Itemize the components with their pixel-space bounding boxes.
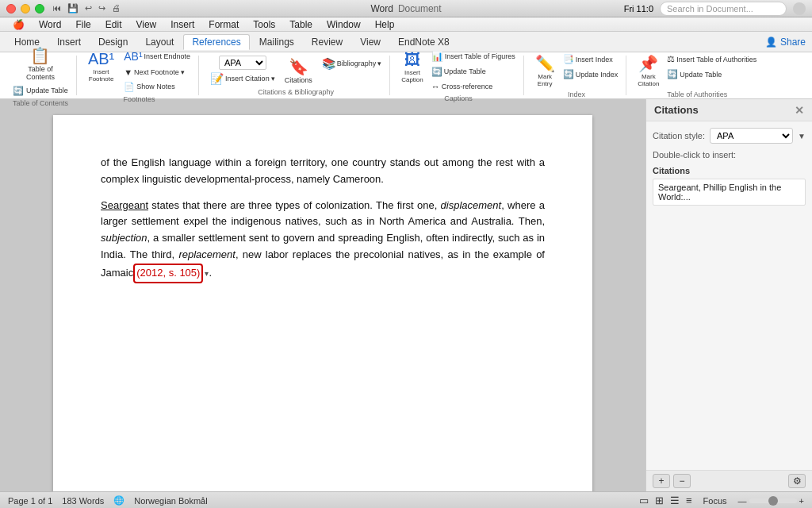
person-icon: 👤 — [765, 37, 777, 48]
document-search[interactable]: Search in Document... — [660, 2, 787, 16]
menu-apple[interactable]: 🍎 — [6, 18, 31, 31]
toc-icon: 📋 — [30, 46, 50, 65]
main-area: of the English language within a foreign… — [0, 99, 812, 491]
language-label: Norwegian Bokmål — [134, 496, 207, 506]
tab-endnote[interactable]: EndNote X8 — [390, 35, 458, 49]
insert-index-button[interactable]: 📑 Insert Index — [560, 52, 622, 66]
author-name: Seargeant — [101, 199, 148, 211]
titlebar: ⏮ 💾 ↩ ↪ 🖨 Word Document Fri 11:0 Search … — [0, 0, 812, 17]
maximize-button[interactable] — [35, 4, 44, 13]
update-index-button[interactable]: 🔄 Update Index — [560, 67, 622, 81]
ribbon: Home Insert Design Layout References Mai… — [0, 32, 812, 99]
insert-footnote-button[interactable]: AB¹ Insert Footnote — [85, 48, 117, 84]
zoom-slider[interactable] — [749, 498, 797, 503]
minimize-button[interactable] — [21, 4, 30, 13]
mark-entry-button[interactable]: ✏️ Mark Entry — [532, 52, 558, 89]
citations-panel-header: Citations ✕ — [646, 99, 812, 121]
menu-format[interactable]: Format — [202, 18, 245, 31]
menu-word[interactable]: Word — [33, 18, 67, 31]
citations-settings-button[interactable]: ⚙ — [788, 474, 806, 488]
citations-panel-title: Citations — [654, 104, 699, 116]
mark-citation-button[interactable]: 📌 Mark Citation — [634, 52, 662, 89]
menubar: 🍎 Word File Edit View Insert Format Tool… — [0, 17, 812, 32]
print-icon[interactable]: 🖨 — [112, 3, 121, 13]
undo-icon[interactable]: ↩ — [85, 3, 92, 13]
share-button[interactable]: 👤 Share — [765, 37, 806, 48]
menu-window[interactable]: Window — [320, 18, 367, 31]
ribbon-group-captions: 🖼 Insert Caption 📊 Insert Table of Figur… — [393, 56, 523, 95]
citation-inline[interactable]: (2012, s. 105) — [133, 264, 203, 283]
titlebar-right: Fri 11:0 Search in Document... — [624, 2, 806, 16]
menu-insert[interactable]: Insert — [164, 18, 201, 31]
insert-endnote-button[interactable]: AB¹ Insert Endnote — [121, 48, 193, 64]
layout-icon-2[interactable]: ⊞ — [655, 495, 664, 506]
document-page: of the English language within a foreign… — [53, 115, 592, 491]
endnote-icon: AB¹ — [124, 50, 142, 63]
remove-citation-button[interactable]: − — [673, 474, 691, 488]
update-authorities-icon: 🔄 — [667, 69, 678, 79]
traffic-lights[interactable] — [6, 4, 44, 13]
next-footnote-dropdown-icon: ▾ — [181, 68, 185, 76]
citations-panel-body: Citation style: APA MLA Chicago ▼ Double… — [646, 121, 812, 470]
bibliography-button[interactable]: 📚 Bibliography ▾ — [319, 56, 385, 71]
update-table-authorities-button[interactable]: 🔄 Update Table — [664, 67, 760, 81]
footnote-icon: AB¹ — [88, 50, 114, 68]
ribbon-group-authorities: 📌 Mark Citation ⚖ Insert Table of Author… — [630, 56, 764, 95]
doc-text-pre: states that there are three types of col… — [148, 199, 441, 211]
add-citation-button[interactable]: + — [653, 474, 670, 488]
menu-view[interactable]: View — [129, 18, 163, 31]
back-icon[interactable]: ⏮ — [52, 3, 61, 13]
tab-mailings[interactable]: Mailings — [251, 35, 302, 49]
next-footnote-button[interactable]: ▼ Next Footnote ▾ — [121, 66, 193, 79]
tab-design[interactable]: Design — [90, 35, 136, 49]
update-table-toc-button[interactable]: 🔄 Update Table — [10, 84, 71, 98]
citations-close-button[interactable]: ✕ — [795, 105, 804, 116]
citation-style-panel-select[interactable]: APA MLA Chicago — [710, 128, 793, 144]
close-button[interactable] — [6, 4, 16, 13]
redo-icon[interactable]: ↪ — [98, 3, 105, 13]
cross-reference-button[interactable]: ↔ Cross-reference — [428, 80, 519, 93]
save-icon[interactable]: 💾 — [67, 3, 79, 13]
doc-paragraph-2: Seargeant states that there are three ty… — [101, 198, 545, 283]
zoom-in-icon[interactable]: + — [799, 496, 804, 506]
layout-icon-4[interactable]: ≡ — [686, 495, 692, 506]
tab-layout[interactable]: Layout — [137, 35, 182, 49]
menu-help[interactable]: Help — [369, 18, 401, 31]
doc-paragraph-1: of the English language within a foreign… — [101, 155, 545, 188]
time-display: Fri 11:0 — [624, 4, 653, 13]
insert-table-of-figures-button[interactable]: 📊 Insert Table of Figures — [428, 49, 519, 64]
citation-style-dropdown-icon: ▼ — [798, 132, 806, 140]
show-notes-button[interactable]: 📄 Show Notes — [121, 80, 193, 94]
show-notes-icon: 📄 — [124, 82, 135, 92]
citations-icon: 🔖 — [289, 57, 308, 76]
ribbon-group-footnotes: AB¹ Insert Footnote AB¹ Insert Endnote ▼… — [80, 56, 199, 95]
layout-icon-1[interactable]: ▭ — [639, 495, 649, 506]
page-info: Page 1 of 1 — [8, 496, 52, 506]
citation-style-select[interactable]: APA MLA Chicago — [219, 56, 266, 70]
toc-button[interactable]: 📋 Table of Contents — [23, 44, 58, 83]
insert-caption-button[interactable]: 🖼 Insert Caption — [398, 49, 427, 85]
layout-icon-3[interactable]: ☰ — [670, 495, 680, 506]
update-captions-icon: 🔄 — [431, 67, 442, 77]
insert-citation-button[interactable]: 📝 Insert Citation ▾ — [207, 71, 278, 87]
citations-list-item[interactable]: Seargeant, Phillip English in the World:… — [653, 179, 806, 206]
word-subjection: subjection — [101, 232, 147, 244]
tab-view[interactable]: View — [352, 35, 389, 49]
update-table-captions-button[interactable]: 🔄 Update Table — [428, 65, 519, 79]
menu-tools[interactable]: Tools — [247, 18, 282, 31]
citations-panel-button[interactable]: 🔖 Citations — [282, 56, 316, 86]
zoom-controls: — + — [738, 496, 804, 506]
insert-table-authorities-button[interactable]: ⚖ Insert Table of Authorities — [664, 52, 760, 66]
word-count: 183 Words — [62, 496, 104, 506]
menu-edit[interactable]: Edit — [99, 18, 128, 31]
menu-table[interactable]: Table — [283, 18, 319, 31]
zoom-handle[interactable] — [768, 496, 778, 506]
app-name: Word — [370, 3, 393, 14]
word-replacement: replacement — [178, 248, 236, 260]
menu-file[interactable]: File — [69, 18, 97, 31]
doc-title: Document — [398, 3, 442, 14]
citations-group-label: Citations & Bibliography — [258, 88, 334, 96]
tab-review[interactable]: Review — [304, 35, 350, 49]
search-placeholder: Search in Document... — [667, 4, 753, 13]
zoom-out-icon[interactable]: — — [738, 496, 747, 506]
